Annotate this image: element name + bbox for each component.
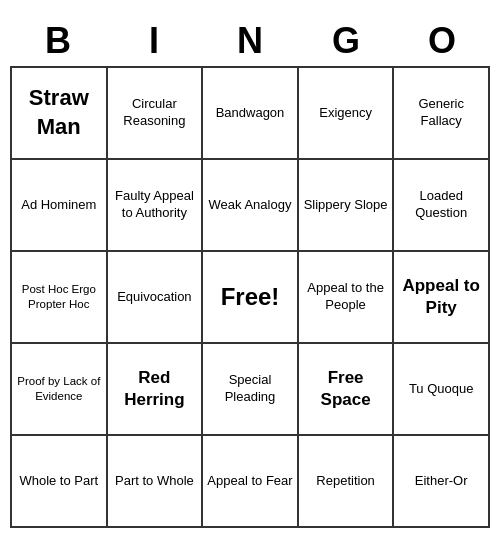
bingo-cell-10: Post Hoc Ergo Propter Hoc: [12, 252, 108, 344]
bingo-cell-1: Circular Reasoning: [108, 68, 204, 160]
header-letter: O: [394, 16, 490, 66]
bingo-cell-24: Either-Or: [394, 436, 490, 528]
header-letter: N: [202, 16, 298, 66]
bingo-cell-5: Ad Hominem: [12, 160, 108, 252]
bingo-cell-2: Bandwagon: [203, 68, 299, 160]
bingo-cell-16: Red Herring: [108, 344, 204, 436]
bingo-cell-21: Part to Whole: [108, 436, 204, 528]
bingo-cell-18: Free Space: [299, 344, 395, 436]
bingo-cell-17: Special Pleading: [203, 344, 299, 436]
header-letter: B: [10, 16, 106, 66]
bingo-grid: Straw ManCircular ReasoningBandwagonExig…: [10, 66, 490, 528]
bingo-cell-15: Proof by Lack of Evidence: [12, 344, 108, 436]
bingo-cell-9: Loaded Question: [394, 160, 490, 252]
header-letter: I: [106, 16, 202, 66]
header-letter: G: [298, 16, 394, 66]
bingo-cell-13: Appeal to the People: [299, 252, 395, 344]
bingo-cell-12: Free!: [203, 252, 299, 344]
bingo-cell-6: Faulty Appeal to Authority: [108, 160, 204, 252]
bingo-cell-11: Equivocation: [108, 252, 204, 344]
bingo-cell-14: Appeal to Pity: [394, 252, 490, 344]
bingo-cell-20: Whole to Part: [12, 436, 108, 528]
bingo-cell-0: Straw Man: [12, 68, 108, 160]
bingo-header: BINGO: [10, 16, 490, 66]
bingo-cell-7: Weak Analogy: [203, 160, 299, 252]
bingo-cell-8: Slippery Slope: [299, 160, 395, 252]
bingo-cell-19: Tu Quoque: [394, 344, 490, 436]
bingo-cell-22: Appeal to Fear: [203, 436, 299, 528]
bingo-cell-23: Repetition: [299, 436, 395, 528]
bingo-card: BINGO Straw ManCircular ReasoningBandwag…: [10, 16, 490, 528]
bingo-cell-4: Generic Fallacy: [394, 68, 490, 160]
bingo-cell-3: Exigency: [299, 68, 395, 160]
